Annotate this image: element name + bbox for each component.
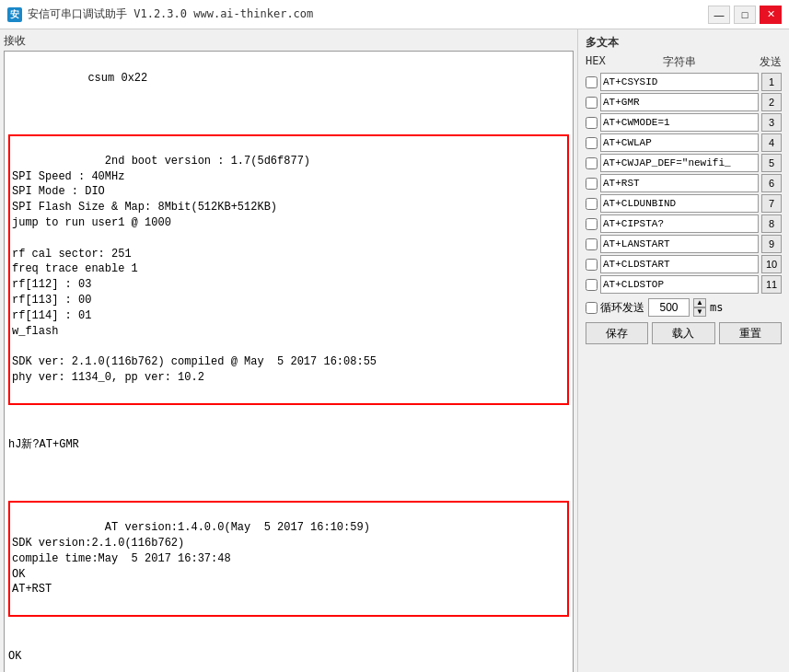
at-send-button-6[interactable]: 6	[761, 174, 782, 192]
at-send-button-5[interactable]: 5	[761, 154, 782, 172]
at-row-3: 3	[582, 112, 785, 133]
at-row-10: 10	[582, 254, 785, 274]
app-icon: 安	[7, 7, 22, 22]
at-input-11[interactable]	[600, 275, 759, 294]
at-checkbox-10[interactable]	[586, 259, 598, 271]
receive-box1: 2nd boot version : 1.7(5d6f877) SPI Spee…	[8, 134, 569, 405]
close-button[interactable]: ✕	[760, 6, 782, 24]
at-send-button-4[interactable]: 4	[761, 133, 782, 152]
at-input-8[interactable]	[600, 214, 759, 233]
receive-section: 接收 csum 0x22 2nd boot version : 1.7(5d6f…	[4, 33, 574, 672]
at-send-button-9[interactable]: 9	[761, 235, 782, 253]
left-panel: 接收 csum 0x22 2nd boot version : 1.7(5d6f…	[0, 29, 577, 672]
at-row-5: 5	[582, 153, 785, 173]
maximize-button[interactable]: □	[734, 6, 756, 24]
at-input-7[interactable]	[600, 194, 759, 213]
receive-content: csum 0x22 2nd boot version : 1.7(5d6f877…	[8, 55, 569, 672]
at-checkbox-6[interactable]	[586, 178, 598, 190]
at-send-button-11[interactable]: 11	[761, 275, 782, 294]
spin-up-button[interactable]: ▲	[693, 298, 706, 307]
at-row-2: 2	[582, 92, 785, 112]
at-checkbox-2[interactable]	[586, 97, 598, 109]
at-row-1: 1	[582, 72, 785, 92]
at-input-3[interactable]	[600, 113, 759, 132]
receive-box2: AT version:1.4.0.0(May 5 2017 16:10:59) …	[8, 501, 569, 617]
main-area: 接收 csum 0x22 2nd boot version : 1.7(5d6f…	[0, 29, 789, 672]
at-input-1[interactable]	[600, 73, 759, 91]
multitext-title: 多文本	[586, 35, 619, 51]
at-checkbox-5[interactable]	[586, 157, 598, 169]
at-checkbox-7[interactable]	[586, 198, 598, 210]
receive-box[interactable]: csum 0x22 2nd boot version : 1.7(5d6f877…	[4, 51, 574, 672]
at-row-8: 8	[582, 214, 785, 234]
str-col-label: 字符串	[604, 54, 754, 70]
at-send-button-10[interactable]: 10	[761, 255, 782, 273]
at-input-4[interactable]	[600, 133, 759, 152]
at-row-7: 7	[582, 193, 785, 214]
at-input-10[interactable]	[600, 255, 759, 273]
loop-send-row: 循环发送 ▲ ▼ ms	[582, 296, 785, 319]
loop-send-input[interactable]	[648, 298, 690, 317]
at-checkbox-1[interactable]	[586, 76, 598, 88]
minimize-button[interactable]: —	[708, 6, 730, 24]
at-send-button-2[interactable]: 2	[761, 93, 782, 111]
hex-col-label: HEX	[586, 54, 604, 70]
at-row-6: 6	[582, 173, 785, 193]
loop-send-label[interactable]: 循环发送	[586, 300, 644, 316]
receive-end: OK	[8, 650, 21, 663]
at-send-button-8[interactable]: 8	[761, 214, 782, 233]
at-send-button-7[interactable]: 7	[761, 194, 782, 213]
at-checkbox-9[interactable]	[586, 238, 598, 250]
at-checkbox-3[interactable]	[586, 117, 598, 129]
spin-down-button[interactable]: ▼	[693, 307, 706, 317]
at-checkbox-11[interactable]	[586, 279, 598, 291]
at-rows-container: 1234567891011	[582, 72, 785, 295]
load-button[interactable]: 载入	[652, 322, 714, 344]
loop-send-checkbox[interactable]	[586, 302, 598, 314]
receive-middle: hJ新?AT+GMR	[8, 438, 79, 451]
send-col-label: 发送	[754, 54, 782, 70]
at-input-9[interactable]	[600, 235, 759, 253]
multitext-header: 多文本	[582, 33, 785, 52]
loop-ms-label: ms	[710, 301, 723, 314]
at-input-6[interactable]	[600, 174, 759, 192]
at-row-9: 9	[582, 234, 785, 254]
receive-wrapper: csum 0x22 2nd boot version : 1.7(5d6f877…	[4, 51, 574, 672]
action-row: 保存 载入 重置	[582, 320, 785, 346]
title-text: 安信可串口调试助手 V1.2.3.0 www.ai-thinker.com	[28, 6, 708, 22]
save-button[interactable]: 保存	[586, 322, 648, 344]
right-panel: 多文本 HEX 字符串 发送 1234567891011 循环发送 ▲ ▼ ms…	[577, 29, 789, 672]
at-checkbox-4[interactable]	[586, 137, 598, 149]
at-row-4: 4	[582, 133, 785, 153]
window-controls: — □ ✕	[708, 6, 782, 24]
at-input-2[interactable]	[600, 93, 759, 111]
receive-plain: csum 0x22	[87, 72, 147, 85]
at-row-11: 11	[582, 274, 785, 295]
receive-label: 接收	[4, 33, 574, 49]
at-checkbox-8[interactable]	[586, 218, 598, 230]
title-bar: 安 安信可串口调试助手 V1.2.3.0 www.ai-thinker.com …	[0, 0, 789, 29]
at-send-button-3[interactable]: 3	[761, 113, 782, 132]
multitext-cols: HEX 字符串 发送	[582, 54, 785, 70]
reset-button[interactable]: 重置	[719, 322, 782, 344]
at-send-button-1[interactable]: 1	[761, 73, 782, 91]
at-input-5[interactable]	[600, 154, 759, 172]
spin-buttons: ▲ ▼	[693, 298, 706, 317]
